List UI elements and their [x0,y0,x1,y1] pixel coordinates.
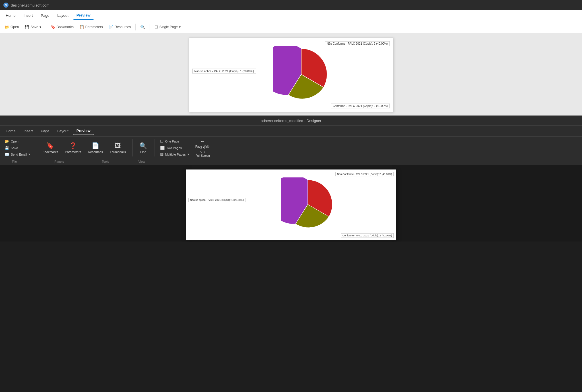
dark-resources-button[interactable]: 📄 Resources [85,140,106,156]
dark-one-page-icon: ☐ [160,139,164,143]
dark-page-width-button[interactable]: ↔ Page Width [193,139,213,147]
dark-page-width-icon: ↔ [200,139,205,145]
dark-bar-title: adherenceItems_modified - Designer [261,119,321,123]
top-toolbar: 📂 Open 💾 Save ▾ 🔖 Bookmarks 📋 Parameters… [0,21,582,33]
preview-area-top: Não Conforme - PALC 2021 (Cópia): 2 (40.… [0,33,582,115]
toolbar-divider-1 [46,24,46,30]
toolbar-divider-2 [135,24,136,30]
open-icon: 📂 [5,25,9,29]
browser-favicon: S [3,3,9,8]
dark-full-screen-icon: ⛶ [200,148,205,154]
toolbar-divider-3 [150,24,150,30]
top-menu-bar: Home Insert Page Layout Preview [0,10,582,21]
single-page-icon: ☐ [154,25,158,29]
save-dropdown-icon: ▾ [40,25,41,29]
multiple-pages-dropdown-icon: ▾ [187,152,189,156]
dark-divider-3 [154,139,154,156]
dark-email-icon: ✉️ [5,152,9,156]
dark-save-icon: 💾 [5,146,9,150]
panels-group: 🔖 Bookmarks ❓ Parameters 📄 Resources 🖼 T… [40,140,129,156]
pie-chart-top [273,46,330,104]
dark-find-button[interactable]: 🔍 Find [136,140,151,156]
tools-group-inner: 🔍 Find [136,140,151,156]
section-label-panels: Panels [26,159,92,164]
dark-toolbar: 📂 Open 💾 Save ✉️ Send Email ▾ [0,137,582,159]
menu-preview[interactable]: Preview [73,11,94,20]
single-page-button[interactable]: ☐ Single Page ▾ [152,24,183,30]
dark-resources-icon: 📄 [92,142,99,150]
file-group-inner: 📂 Open 💾 Save ✉️ Send Email ▾ [2,138,32,157]
menu-insert[interactable]: Insert [20,12,36,19]
dark-find-icon: 🔍 [139,142,147,150]
dark-full-screen-button[interactable]: ⛶ Full Screen [193,148,213,156]
menu-layout[interactable]: Layout [54,12,72,19]
browser-bar: S designer.stimulsoft.com [0,0,582,10]
dark-bookmarks-icon: 🔖 [46,142,54,150]
chart2-label-left: Não se aplica - PALC 2021 (Cópia): 1 (20… [188,198,245,202]
dark-send-email-button[interactable]: ✉️ Send Email ▾ [2,151,32,157]
dark-ribbon: Home Insert Page Layout Preview 📂 Open 💾… [0,126,582,165]
dark-menu-layout[interactable]: Layout [54,127,72,135]
chart-label-top-right: Não Conforme - PALC 2021 (Cópia): 2 (40.… [325,41,390,46]
pie-chart-bottom [281,178,335,232]
resources-icon: 📄 [109,25,113,29]
preview-area-bottom: Não Conforme - PALC 2021 (Cópia): 2 (40.… [0,165,582,242]
search-button[interactable]: 🔍 [138,24,147,30]
dark-parameters-button[interactable]: ❓ Parameters [62,140,84,156]
file-group: 📂 Open 💾 Save ✉️ Send Email ▾ [2,138,32,157]
bookmarks-icon: 🔖 [51,25,55,29]
dark-menu-bar: Home Insert Page Layout Preview [0,126,582,137]
section-label-file: File [2,159,26,164]
dark-divider-2 [132,139,133,156]
save-button[interactable]: 💾 Save ▾ [22,24,43,30]
panels-group-inner: 🔖 Bookmarks ❓ Parameters 📄 Resources 🖼 T… [40,140,129,156]
dark-multiple-pages-button[interactable]: ▦ Multiple Pages ▾ [158,151,191,157]
single-page-dropdown-icon: ▾ [179,25,181,29]
dark-menu-preview[interactable]: Preview [73,127,94,135]
dark-open-button[interactable]: 📂 Open [2,138,32,144]
dark-menu-home[interactable]: Home [2,127,19,135]
dark-two-pages-icon: ⬜ [160,146,165,150]
dark-open-icon: 📂 [5,139,9,143]
file-btn-group: 📂 Open 💾 Save ✉️ Send Email ▾ [2,138,32,157]
dark-bookmarks-button[interactable]: 🔖 Bookmarks [40,140,61,156]
dark-save-button[interactable]: 💾 Save [2,145,32,151]
tools-group: 🔍 Find [136,140,151,156]
chart-label-bottom-right: Conforme - PALC 2021 (Cópia): 2 (40.00%) [331,104,390,108]
menu-home[interactable]: Home [2,12,19,19]
resources-button[interactable]: 📄 Resources [106,24,133,30]
dark-multiple-pages-icon: ▦ [160,152,164,156]
view-btn-group: ☐ One Page ⬜ Two Pages ▦ Multiple Pages … [158,138,191,157]
search-icon: 🔍 [140,25,145,29]
page-preview-top: Não Conforme - PALC 2021 (Cópia): 2 (40.… [189,38,393,112]
dark-thumbnails-icon: 🖼 [115,142,121,150]
send-email-dropdown-icon: ▾ [28,152,30,156]
chart2-label-bottom-right: Conforme - PALC 2021 (Cópia): 2 (40.00%) [341,233,394,238]
dark-menu-insert[interactable]: Insert [20,127,36,135]
dark-parameters-icon: ❓ [69,142,77,150]
page-preview-bottom: Não Conforme - PALC 2021 (Cópia): 2 (40.… [186,169,396,240]
top-section: Home Insert Page Layout Preview 📂 Open 💾… [0,10,582,33]
dark-divider-1 [36,139,36,156]
open-button[interactable]: 📂 Open [2,24,21,30]
menu-page[interactable]: Page [37,12,53,19]
parameters-icon: 📋 [79,25,84,29]
dark-menu-page[interactable]: Page [37,127,53,135]
dark-thumbnails-button[interactable]: 🖼 Thumbnails [107,140,129,156]
dark-one-page-button[interactable]: ☐ One Page [158,138,191,144]
save-icon: 💾 [24,25,29,29]
dark-two-pages-button[interactable]: ⬜ Two Pages [158,145,191,151]
dark-bar: adherenceItems_modified - Designer [0,115,582,126]
bookmarks-button[interactable]: 🔖 Bookmarks [48,24,76,30]
chart2-label-top-right: Não Conforme - PALC 2021 (Cópia): 2 (40.… [335,172,394,176]
browser-title: designer.stimulsoft.com [11,3,49,7]
section-labels-row: File Panels Tools View [0,159,582,165]
section-label-tools: Tools [92,159,119,164]
chart-label-left: Não se aplica - PALC 2021 (Cópia): 1 (20… [192,69,256,74]
view-group: ☐ One Page ⬜ Two Pages ▦ Multiple Pages … [158,138,213,157]
parameters-button[interactable]: 📋 Parameters [77,24,105,30]
section-label-view: View [119,159,164,164]
